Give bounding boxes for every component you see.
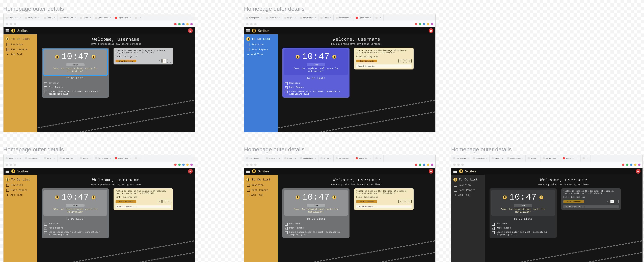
avatar[interactable]: B bbox=[636, 169, 640, 174]
heart-icon[interactable]: ♡ bbox=[610, 200, 614, 203]
checkbox-icon[interactable] bbox=[285, 82, 288, 85]
checkbox-icon[interactable] bbox=[285, 91, 288, 93]
sidebar-add-task[interactable]: + Add Task bbox=[4, 52, 37, 57]
close-icon[interactable]: × bbox=[110, 157, 111, 159]
checkbox-icon[interactable] bbox=[44, 86, 47, 89]
close-icon[interactable]: × bbox=[578, 157, 578, 159]
ext-icon[interactable] bbox=[174, 23, 176, 25]
todo-item[interactable]: Lorem ipsum dolor sit amet, consectetur … bbox=[44, 90, 106, 95]
ext-icon[interactable] bbox=[622, 163, 624, 166]
ext-icon[interactable] bbox=[431, 163, 433, 166]
close-icon[interactable]: × bbox=[130, 157, 131, 159]
browser-tab[interactable]: StudyFlow× bbox=[471, 155, 490, 162]
show-comments-button[interactable]: Show Comments bbox=[563, 200, 584, 203]
sidebar-item-revision[interactable]: Revision bbox=[244, 183, 278, 188]
browser-tab[interactable]: × bbox=[374, 155, 384, 162]
edit-icon[interactable]: ✎ bbox=[158, 59, 162, 63]
checkbox-icon[interactable] bbox=[44, 223, 47, 226]
nav-back-icon[interactable] bbox=[6, 23, 8, 25]
close-icon[interactable]: × bbox=[90, 17, 91, 19]
ext-icon[interactable] bbox=[626, 163, 628, 166]
heart-icon[interactable]: ♡ bbox=[162, 59, 166, 63]
todo-item[interactable]: Past Papers bbox=[285, 86, 347, 89]
sidebar-add-task[interactable]: + Add Task bbox=[244, 193, 278, 198]
ext-icon[interactable] bbox=[186, 163, 189, 166]
menu-icon[interactable] bbox=[6, 29, 9, 32]
close-icon[interactable]: × bbox=[558, 157, 559, 159]
browser-tab[interactable]: Figma Tutor× bbox=[113, 155, 133, 162]
todo-item[interactable]: Past Papers bbox=[44, 86, 106, 89]
browser-tab[interactable]: × bbox=[133, 155, 143, 162]
ext-icon[interactable] bbox=[427, 163, 429, 166]
clock-card[interactable]: 10:47 Timer "Wow. An inspirational quote… bbox=[284, 49, 348, 75]
close-icon[interactable]: × bbox=[315, 157, 316, 159]
browser-tab[interactable]: Figma× bbox=[78, 155, 93, 162]
todo-item[interactable]: Revision bbox=[285, 82, 347, 85]
browser-tab[interactable]: Page 1× bbox=[42, 155, 58, 162]
insert-comment-input[interactable]: Insert Comment.... bbox=[356, 205, 412, 208]
checkbox-icon[interactable] bbox=[285, 223, 288, 226]
sidebar-item-pastpapers[interactable]: Past Papers bbox=[244, 188, 278, 193]
checkbox-icon[interactable] bbox=[247, 184, 250, 187]
close-icon[interactable]: × bbox=[54, 157, 55, 159]
browser-tab[interactable]: Vector mask× bbox=[334, 14, 354, 21]
sidebar-item-revision[interactable]: Revision bbox=[451, 183, 485, 188]
ext-icon[interactable] bbox=[186, 23, 189, 25]
close-icon[interactable]: × bbox=[260, 17, 262, 19]
close-icon[interactable]: × bbox=[587, 157, 588, 159]
show-comments-button[interactable]: Show Comments bbox=[116, 200, 136, 203]
show-comments-button[interactable]: Show Comments bbox=[116, 60, 136, 62]
close-icon[interactable]: × bbox=[350, 17, 352, 19]
browser-tab[interactable]: Slack | user× bbox=[4, 155, 23, 162]
ext-icon[interactable] bbox=[190, 163, 193, 166]
ext-icon[interactable] bbox=[419, 163, 421, 166]
close-icon[interactable]: × bbox=[20, 157, 21, 159]
nav-back-icon[interactable] bbox=[453, 163, 456, 166]
checkbox-icon[interactable] bbox=[454, 189, 457, 192]
close-icon[interactable]: × bbox=[380, 157, 381, 159]
close-icon[interactable]: × bbox=[38, 157, 40, 159]
close-icon[interactable]: × bbox=[38, 17, 40, 19]
browser-tab[interactable]: Figma× bbox=[78, 14, 93, 21]
close-icon[interactable]: × bbox=[279, 17, 280, 19]
todo-item[interactable]: Revision bbox=[44, 82, 106, 85]
browser-tab[interactable]: Slack | user× bbox=[244, 155, 264, 162]
edit-icon[interactable]: ✎ bbox=[606, 200, 609, 203]
timer-button[interactable]: Timer bbox=[307, 204, 325, 207]
avatar[interactable]: B bbox=[429, 169, 433, 174]
nav-back-icon[interactable] bbox=[6, 163, 8, 166]
menu-icon[interactable] bbox=[246, 29, 250, 32]
fact-link[interactable]: Link: duolingo.com bbox=[116, 196, 171, 198]
nav-fwd-icon[interactable] bbox=[457, 163, 460, 166]
close-icon[interactable]: × bbox=[140, 17, 140, 19]
avatar[interactable]: B bbox=[188, 169, 193, 174]
browser-tab[interactable]: StudyFlow× bbox=[23, 155, 42, 162]
browser-tab[interactable]: Page 1× bbox=[282, 14, 298, 21]
sidebar-add-task[interactable]: + Add Task bbox=[244, 52, 278, 57]
close-icon[interactable]: × bbox=[330, 17, 332, 19]
browser-tab[interactable]: Vector mask× bbox=[93, 14, 113, 21]
checkbox-icon[interactable] bbox=[44, 227, 47, 230]
sidebar-add-task[interactable]: + Add Task bbox=[4, 193, 37, 198]
close-icon[interactable]: × bbox=[90, 157, 91, 159]
sidebar-item-pastpapers[interactable]: Past Papers bbox=[4, 188, 37, 193]
fact-link[interactable]: Link: duolingo.com bbox=[356, 196, 412, 198]
close-icon[interactable]: × bbox=[75, 157, 76, 159]
fact-link[interactable]: Link: duolingo.com bbox=[356, 55, 412, 58]
close-icon[interactable]: × bbox=[295, 157, 296, 159]
nav-reload-icon[interactable] bbox=[461, 163, 464, 166]
nav-fwd-icon[interactable] bbox=[10, 23, 12, 25]
nav-back-icon[interactable] bbox=[246, 163, 248, 166]
ext-icon[interactable] bbox=[190, 23, 193, 25]
close-icon[interactable]: × bbox=[295, 17, 296, 19]
menu-icon[interactable] bbox=[6, 170, 9, 173]
browser-tab[interactable]: × bbox=[374, 14, 384, 21]
browser-tab[interactable]: Material Des× bbox=[58, 155, 78, 162]
sidebar-item-revision[interactable]: Revision bbox=[244, 42, 278, 47]
edit-icon[interactable]: ✎ bbox=[398, 59, 402, 63]
close-icon[interactable]: × bbox=[380, 17, 381, 19]
checkbox-icon[interactable] bbox=[6, 189, 9, 192]
insert-comment-input[interactable]: Insert Comment.... bbox=[563, 205, 619, 208]
checkbox-icon[interactable] bbox=[492, 231, 495, 234]
close-icon[interactable]: × bbox=[502, 157, 503, 159]
